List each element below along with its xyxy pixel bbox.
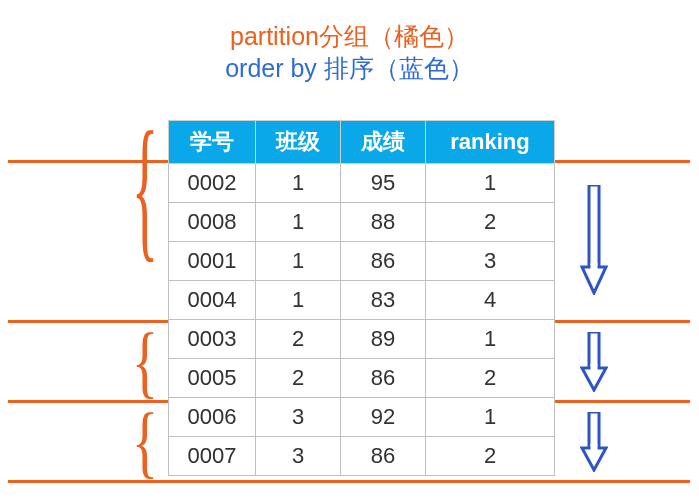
svg-rect-3 — [589, 332, 599, 368]
cell-id: 0003 — [169, 320, 256, 359]
table-row: 0002 1 95 1 — [169, 164, 555, 203]
col-header-class: 班级 — [256, 121, 341, 164]
cell-rank: 1 — [426, 164, 555, 203]
cell-id: 0001 — [169, 242, 256, 281]
svg-marker-1 — [582, 267, 606, 293]
svg-marker-4 — [582, 368, 606, 390]
ranking-table: 学号 班级 成绩 ranking 0002 1 95 1 0008 1 88 2 — [168, 120, 555, 476]
table-row: 0005 2 86 2 — [169, 359, 555, 398]
cell-class: 2 — [256, 359, 341, 398]
cell-score: 89 — [341, 320, 426, 359]
svg-rect-2 — [591, 263, 598, 269]
table-row: 0003 2 89 1 — [169, 320, 555, 359]
cell-id: 0006 — [169, 398, 256, 437]
cell-class: 1 — [256, 281, 341, 320]
cell-score: 95 — [341, 164, 426, 203]
table-row: 0007 3 86 2 — [169, 437, 555, 476]
title-orderby: order by 排序（蓝色） — [0, 52, 699, 85]
cell-score: 92 — [341, 398, 426, 437]
cell-rank: 4 — [426, 281, 555, 320]
cell-class: 3 — [256, 398, 341, 437]
svg-rect-5 — [591, 364, 598, 370]
orderby-arrow-2 — [580, 332, 608, 392]
cell-rank: 2 — [426, 203, 555, 242]
partition-brace-2: { — [120, 322, 170, 402]
table-row: 0008 1 88 2 — [169, 203, 555, 242]
col-header-score: 成绩 — [341, 121, 426, 164]
cell-id: 0002 — [169, 164, 256, 203]
cell-score: 86 — [341, 242, 426, 281]
table-row: 0004 1 83 4 — [169, 281, 555, 320]
diagram-canvas: partition分组（橘色） order by 排序（蓝色） { { { — [0, 0, 699, 500]
cell-score: 88 — [341, 203, 426, 242]
partition-brace-1: { — [120, 108, 170, 268]
cell-class: 3 — [256, 437, 341, 476]
cell-class: 1 — [256, 242, 341, 281]
cell-class: 2 — [256, 320, 341, 359]
cell-rank: 3 — [426, 242, 555, 281]
svg-rect-0 — [589, 185, 599, 267]
orderby-arrow-3 — [580, 412, 608, 472]
table-row: 0006 3 92 1 — [169, 398, 555, 437]
col-header-ranking: ranking — [426, 121, 555, 164]
cell-score: 86 — [341, 437, 426, 476]
orderby-arrow-1 — [580, 185, 608, 295]
table-row: 0001 1 86 3 — [169, 242, 555, 281]
cell-id: 0007 — [169, 437, 256, 476]
cell-id: 0004 — [169, 281, 256, 320]
cell-score: 86 — [341, 359, 426, 398]
col-header-id: 学号 — [169, 121, 256, 164]
svg-rect-8 — [591, 444, 598, 450]
cell-id: 0008 — [169, 203, 256, 242]
cell-id: 0005 — [169, 359, 256, 398]
cell-rank: 1 — [426, 398, 555, 437]
cell-class: 1 — [256, 203, 341, 242]
svg-marker-7 — [582, 448, 606, 470]
partition-line-bottom — [8, 480, 690, 483]
ranking-table-wrap: 学号 班级 成绩 ranking 0002 1 95 1 0008 1 88 2 — [168, 120, 555, 476]
cell-rank: 2 — [426, 437, 555, 476]
title-partition: partition分组（橘色） — [0, 20, 699, 53]
cell-class: 1 — [256, 164, 341, 203]
svg-rect-6 — [589, 412, 599, 448]
partition-brace-3: { — [120, 402, 170, 482]
cell-rank: 2 — [426, 359, 555, 398]
cell-score: 83 — [341, 281, 426, 320]
cell-rank: 1 — [426, 320, 555, 359]
table-header-row: 学号 班级 成绩 ranking — [169, 121, 555, 164]
